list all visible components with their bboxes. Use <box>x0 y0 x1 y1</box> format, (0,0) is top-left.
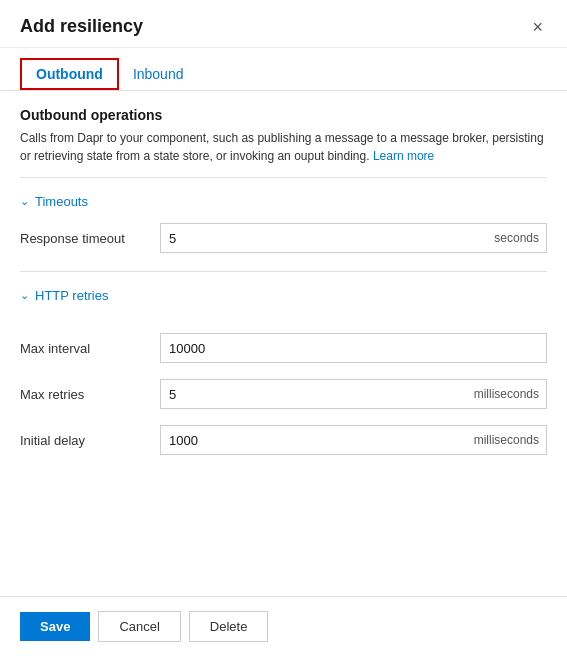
timeouts-section: ⌄ Timeouts Response timeout seconds <box>20 188 547 261</box>
save-button[interactable]: Save <box>20 612 90 641</box>
divider-2 <box>20 271 547 272</box>
response-timeout-row: Response timeout seconds <box>20 215 547 261</box>
max-retries-input-wrap: milliseconds <box>160 379 547 409</box>
max-interval-input-wrap <box>160 333 547 363</box>
max-interval-row: Max interval <box>20 325 547 371</box>
initial-delay-input[interactable] <box>160 425 547 455</box>
tabs-container: Outbound Inbound <box>0 48 567 91</box>
tab-outbound[interactable]: Outbound <box>20 58 119 90</box>
tab-inbound[interactable]: Inbound <box>119 58 198 90</box>
dialog-footer: Save Cancel Delete <box>0 596 567 656</box>
section-gap <box>20 309 547 325</box>
outbound-section-title: Outbound operations <box>20 107 547 123</box>
response-timeout-input-wrap: seconds <box>160 223 547 253</box>
max-interval-label: Max interval <box>20 341 160 356</box>
timeouts-label: Timeouts <box>35 194 88 209</box>
divider-1 <box>20 177 547 178</box>
http-retries-chevron-icon: ⌄ <box>20 289 29 302</box>
desc-text: Calls from Dapr to your component, such … <box>20 131 544 163</box>
outbound-section-desc: Calls from Dapr to your component, such … <box>20 129 547 165</box>
http-retries-header[interactable]: ⌄ HTTP retries <box>20 282 547 309</box>
learn-more-link[interactable]: Learn more <box>373 149 434 163</box>
dialog-header: Add resiliency × <box>0 0 567 48</box>
initial-delay-input-wrap: milliseconds <box>160 425 547 455</box>
http-retries-label: HTTP retries <box>35 288 108 303</box>
timeouts-chevron-icon: ⌄ <box>20 195 29 208</box>
response-timeout-label: Response timeout <box>20 231 160 246</box>
cancel-button[interactable]: Cancel <box>98 611 180 642</box>
http-retries-section: ⌄ HTTP retries Max interval Max retries … <box>20 282 547 463</box>
dialog-body: Outbound operations Calls from Dapr to y… <box>0 91 567 596</box>
outbound-operations-section: Outbound operations Calls from Dapr to y… <box>20 107 547 165</box>
response-timeout-input[interactable] <box>160 223 547 253</box>
delete-button[interactable]: Delete <box>189 611 269 642</box>
close-button[interactable]: × <box>528 18 547 36</box>
timeouts-header[interactable]: ⌄ Timeouts <box>20 188 547 215</box>
add-resiliency-dialog: Add resiliency × Outbound Inbound Outbou… <box>0 0 567 656</box>
max-retries-row: Max retries milliseconds <box>20 371 547 417</box>
max-retries-input[interactable] <box>160 379 547 409</box>
initial-delay-row: Initial delay milliseconds <box>20 417 547 463</box>
max-interval-input[interactable] <box>160 333 547 363</box>
initial-delay-label: Initial delay <box>20 433 160 448</box>
max-retries-label: Max retries <box>20 387 160 402</box>
dialog-title: Add resiliency <box>20 16 143 37</box>
